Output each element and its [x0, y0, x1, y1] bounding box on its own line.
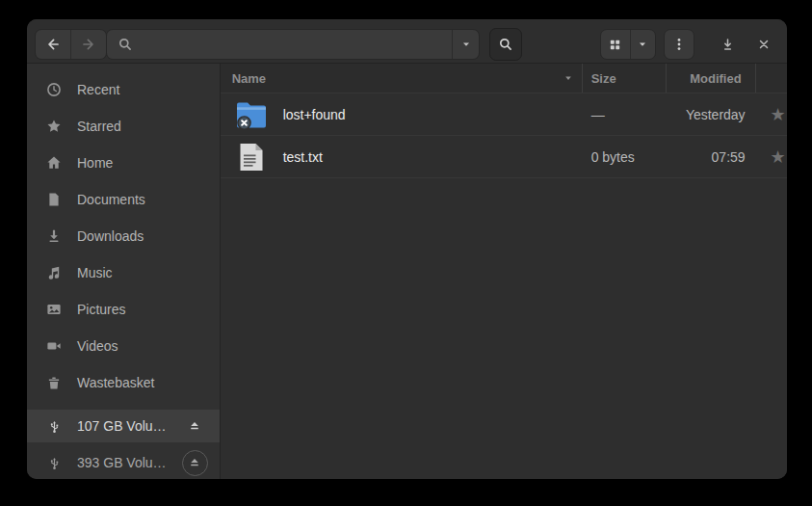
close-window-button[interactable]: [748, 29, 779, 60]
forward-button[interactable]: [71, 30, 106, 59]
star-icon: ★: [771, 104, 786, 125]
star-toggle[interactable]: ★: [755, 146, 787, 168]
star-icon: [46, 119, 62, 134]
file-name: lost+found: [283, 107, 346, 122]
close-icon: [757, 38, 771, 51]
sidebar-item-label: Downloads: [77, 228, 144, 244]
star-icon: ★: [771, 146, 786, 168]
main-area: Recent Starred Home Documents: [27, 64, 787, 479]
arrow-left-icon: [45, 37, 61, 52]
back-button[interactable]: [36, 30, 70, 59]
magnifier-icon: [498, 37, 513, 52]
column-label: Modified: [690, 71, 741, 86]
chevron-down-icon: [460, 39, 472, 50]
sidebar-item-label: Videos: [77, 338, 118, 354]
sidebar-item-label: Music: [77, 265, 113, 280]
sidebar-item-label: Recent: [77, 82, 119, 97]
file-row-test-txt[interactable]: test.txt 0 bytes 07:59 ★: [221, 136, 787, 178]
sidebar-item-downloads[interactable]: Downloads: [27, 218, 220, 254]
usb-drive-icon: [46, 419, 62, 434]
files-window: Recent Starred Home Documents: [27, 19, 787, 479]
sidebar-item-music[interactable]: Music: [27, 254, 220, 291]
sidebar-volume-393gb[interactable]: 393 GB Volu…: [27, 446, 220, 479]
search-toggle-button[interactable]: [489, 28, 522, 61]
grid-view-icon: [608, 38, 622, 52]
eject-icon: [188, 456, 201, 469]
view-options-button[interactable]: [631, 30, 655, 59]
trash-icon: [46, 375, 62, 390]
sidebar-item-label: Home: [77, 155, 113, 171]
text-file-icon: [235, 142, 268, 173]
column-header-name[interactable]: Name: [221, 64, 582, 93]
sidebar-item-documents[interactable]: Documents: [27, 181, 220, 218]
nav-button-group: [35, 29, 107, 60]
sort-descending-icon: [563, 73, 573, 83]
file-size: 0 bytes: [582, 149, 666, 165]
file-list-pane: Name Size Modified: [221, 64, 787, 479]
headerbar: [27, 19, 787, 64]
sidebar-item-label: Pictures: [77, 302, 126, 317]
home-icon: [46, 155, 62, 171]
location-search-bar[interactable]: [106, 29, 480, 60]
sidebar: Recent Starred Home Documents: [27, 64, 221, 479]
kebab-menu-icon: [671, 37, 687, 52]
volume-label: 393 GB Volu…: [77, 455, 167, 470]
grid-view-button[interactable]: [601, 30, 630, 59]
volume-label: 107 GB Volu…: [77, 418, 167, 434]
sidebar-item-home[interactable]: Home: [27, 145, 220, 181]
list-header: Name Size Modified: [221, 64, 787, 93]
location-input[interactable]: [133, 37, 452, 52]
column-label: Size: [591, 71, 616, 86]
picture-icon: [46, 302, 62, 317]
arrow-right-icon: [81, 37, 96, 52]
star-toggle[interactable]: ★: [755, 104, 787, 125]
main-menu-button[interactable]: [664, 29, 694, 60]
sidebar-item-label: Starred: [77, 119, 121, 134]
clock-icon: [46, 82, 62, 97]
document-icon: [46, 192, 62, 207]
column-header-star[interactable]: [755, 64, 787, 93]
sidebar-item-wastebasket[interactable]: Wastebasket: [27, 364, 220, 401]
volumes-section: 107 GB Volu… 393 GB Volu…: [27, 410, 220, 479]
sidebar-item-starred[interactable]: Starred: [27, 108, 220, 145]
video-camera-icon: [46, 338, 62, 354]
sidebar-item-pictures[interactable]: Pictures: [27, 291, 220, 328]
eject-icon: [188, 419, 201, 433]
chevron-down-icon: [637, 39, 648, 50]
usb-drive-icon: [46, 456, 62, 470]
file-size: —: [582, 107, 666, 122]
sidebar-item-videos[interactable]: Videos: [27, 328, 220, 364]
file-modified: Yesterday: [666, 107, 755, 122]
sidebar-item-label: Documents: [77, 192, 145, 207]
arrow-down-to-line-icon: [720, 38, 735, 52]
search-icon: [118, 37, 133, 52]
minimize-button[interactable]: [712, 29, 743, 60]
folder-no-access-icon: [235, 99, 268, 130]
sidebar-item-label: Wastebasket: [77, 375, 154, 390]
column-header-size[interactable]: Size: [582, 64, 666, 93]
location-options-button[interactable]: [452, 30, 479, 59]
file-modified: 07:59: [666, 149, 755, 165]
eject-button[interactable]: [182, 413, 208, 439]
column-label: Name: [232, 71, 266, 86]
sidebar-item-recent[interactable]: Recent: [27, 71, 220, 108]
file-row-lost-found[interactable]: lost+found — Yesterday ★: [221, 93, 787, 136]
file-name: test.txt: [283, 149, 323, 165]
column-header-modified[interactable]: Modified: [666, 64, 755, 93]
view-button-group: [600, 29, 656, 60]
music-note-icon: [46, 265, 62, 280]
sidebar-volume-107gb[interactable]: 107 GB Volu…: [27, 410, 220, 442]
eject-button[interactable]: [182, 450, 208, 476]
download-icon: [46, 228, 62, 244]
